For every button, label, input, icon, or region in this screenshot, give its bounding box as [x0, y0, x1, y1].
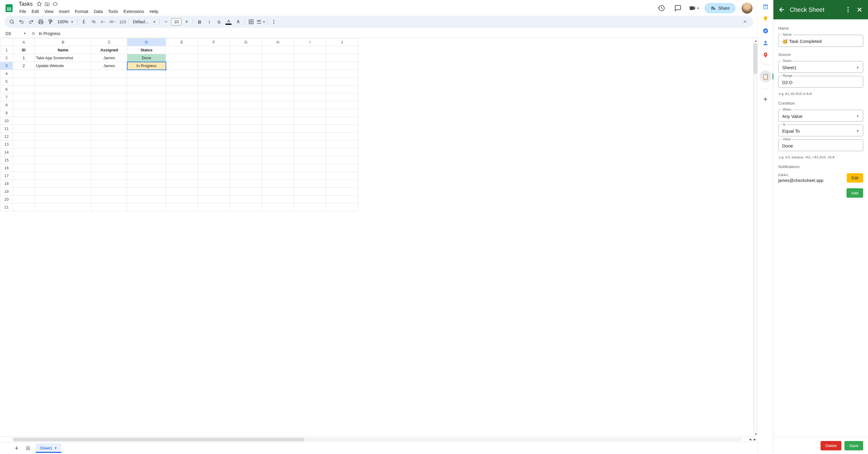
cell-empty[interactable]: [13, 172, 35, 180]
cell-empty[interactable]: [262, 204, 294, 211]
more-icon[interactable]: [269, 17, 278, 26]
cell-empty[interactable]: [35, 101, 92, 109]
cell-C2[interactable]: James: [92, 54, 127, 62]
cell-empty[interactable]: [326, 101, 358, 109]
cell-H2[interactable]: [262, 54, 294, 62]
cell-D2[interactable]: Done: [127, 54, 166, 62]
cell-empty[interactable]: [35, 117, 92, 125]
cell-empty[interactable]: [13, 86, 35, 93]
cell-empty[interactable]: [127, 164, 166, 172]
cell-empty[interactable]: [92, 86, 127, 93]
cloud-icon[interactable]: [52, 1, 58, 7]
search-icon[interactable]: [7, 17, 16, 26]
tasks-icon[interactable]: [763, 28, 769, 34]
row-header-8[interactable]: 8: [0, 101, 13, 109]
cell-empty[interactable]: [294, 188, 326, 195]
cell-empty[interactable]: [326, 117, 358, 125]
bold-icon[interactable]: B: [195, 17, 204, 26]
cell-empty[interactable]: [35, 78, 92, 86]
redo-icon[interactable]: [27, 17, 36, 26]
cell-G2[interactable]: [230, 54, 262, 62]
add-button[interactable]: Add: [846, 188, 863, 198]
decrease-font-icon[interactable]: −: [161, 17, 170, 26]
menu-extensions[interactable]: Extensions: [121, 8, 146, 15]
row-header-17[interactable]: 17: [0, 172, 13, 180]
cell-empty[interactable]: [166, 93, 198, 101]
cell-empty[interactable]: [35, 141, 92, 148]
cell-empty[interactable]: [35, 164, 92, 172]
share-button[interactable]: Share: [705, 3, 736, 13]
cell-empty[interactable]: [230, 172, 262, 180]
cell-empty[interactable]: [92, 125, 127, 133]
cell-empty[interactable]: [198, 101, 230, 109]
scroll-up-icon[interactable]: ▲: [753, 38, 757, 43]
cell-empty[interactable]: [230, 164, 262, 172]
cell-G3[interactable]: [230, 62, 262, 70]
zoom-select[interactable]: 100%▼: [56, 18, 75, 25]
cell-empty[interactable]: [92, 172, 127, 180]
cell-empty[interactable]: [262, 133, 294, 141]
cell-empty[interactable]: [326, 188, 358, 195]
cell-empty[interactable]: [92, 180, 127, 188]
cell-empty[interactable]: [262, 93, 294, 101]
cell-B1[interactable]: Name: [35, 46, 92, 54]
menu-tools[interactable]: Tools: [106, 8, 121, 15]
cell-empty[interactable]: [198, 204, 230, 211]
col-header-C[interactable]: C: [92, 38, 127, 46]
cell-A3[interactable]: 2: [13, 62, 35, 70]
cell-empty[interactable]: [127, 93, 166, 101]
cell-empty[interactable]: [326, 195, 358, 204]
menu-edit[interactable]: Edit: [29, 8, 41, 15]
cell-empty[interactable]: [166, 78, 198, 86]
cell-empty[interactable]: [166, 195, 198, 204]
cell-empty[interactable]: [326, 172, 358, 180]
comment-icon[interactable]: [672, 2, 684, 14]
cell-empty[interactable]: [294, 156, 326, 164]
add-sheet-icon[interactable]: +: [13, 444, 21, 452]
cell-F2[interactable]: [198, 54, 230, 62]
cell-empty[interactable]: [127, 125, 166, 133]
cell-empty[interactable]: [13, 195, 35, 204]
cell-J3[interactable]: [326, 62, 358, 70]
col-header-J[interactable]: J: [326, 38, 358, 46]
cell-B2[interactable]: Take App Screenshot: [35, 54, 92, 62]
cell-E2[interactable]: [166, 54, 198, 62]
cell-empty[interactable]: [13, 204, 35, 211]
cell-I1[interactable]: [294, 46, 326, 54]
cell-empty[interactable]: [262, 172, 294, 180]
cell-empty[interactable]: [35, 195, 92, 204]
row-header-15[interactable]: 15: [0, 156, 13, 164]
cell-empty[interactable]: [13, 101, 35, 109]
cell-empty[interactable]: [230, 141, 262, 148]
col-header-F[interactable]: F: [198, 38, 230, 46]
cell-empty[interactable]: [230, 195, 262, 204]
cell-E3[interactable]: [166, 62, 198, 70]
name-box[interactable]: D3▼: [4, 29, 28, 38]
cell-empty[interactable]: [326, 109, 358, 117]
cell-empty[interactable]: [230, 188, 262, 195]
cell-empty[interactable]: [230, 117, 262, 125]
history-icon[interactable]: [655, 2, 668, 14]
cell-empty[interactable]: [326, 93, 358, 101]
cell-empty[interactable]: [127, 204, 166, 211]
strikethrough-icon[interactable]: S: [214, 17, 223, 26]
row-header-5[interactable]: 5: [0, 78, 13, 86]
cell-empty[interactable]: [294, 148, 326, 156]
cell-empty[interactable]: [294, 141, 326, 148]
cell-empty[interactable]: [230, 156, 262, 164]
cell-D3[interactable]: In Progress: [127, 62, 166, 70]
cell-empty[interactable]: [326, 164, 358, 172]
cell-J2[interactable]: [326, 54, 358, 62]
cell-empty[interactable]: [262, 188, 294, 195]
cell-empty[interactable]: [92, 70, 127, 78]
cell-empty[interactable]: [127, 180, 166, 188]
cell-empty[interactable]: [13, 156, 35, 164]
menu-data[interactable]: Data: [91, 8, 105, 15]
row-header-12[interactable]: 12: [0, 133, 13, 141]
cell-empty[interactable]: [127, 70, 166, 78]
select-all-cell[interactable]: [0, 38, 13, 46]
menu-help[interactable]: Help: [147, 8, 161, 15]
cell-empty[interactable]: [294, 195, 326, 204]
cell-D1[interactable]: Status: [127, 46, 166, 54]
cell-empty[interactable]: [35, 70, 92, 78]
